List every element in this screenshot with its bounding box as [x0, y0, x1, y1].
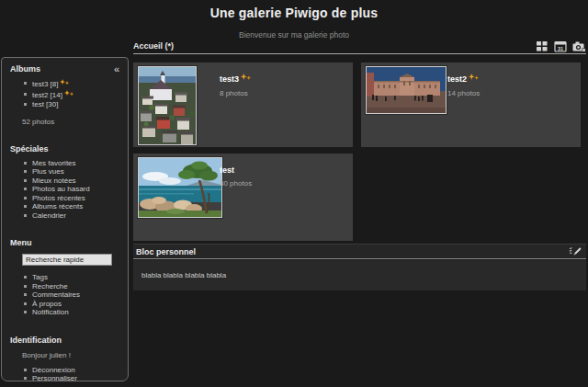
greeting-text: Bonjour julien !: [22, 351, 128, 359]
album-photo-count: 8 photos: [220, 89, 252, 97]
album-thumbnail-test3[interactable]: [138, 66, 197, 145]
sidebar-item-tags[interactable]: Tags: [24, 273, 128, 282]
page-title: Une galerie Piwigo de plus: [0, 6, 588, 20]
albums-total-count: 52 photos: [22, 118, 128, 126]
album-photo-count: 14 photos: [447, 89, 480, 97]
sidebar-item-calendar[interactable]: Calendrier: [24, 211, 128, 221]
album-card-test2: test2 14 photos: [361, 63, 581, 147]
personal-block-header: Bloc personnel: [133, 244, 586, 259]
sidebar-item-album-test2[interactable]: test2 [14]: [24, 90, 128, 101]
album-thumbnail-test[interactable]: [138, 157, 222, 218]
album-title-link[interactable]: test: [220, 165, 234, 175]
new-photos-icon: [64, 90, 74, 101]
sidebar-item-recent-photos[interactable]: Photos récentes: [24, 194, 128, 203]
sidebar-item-most-viewed[interactable]: Plus vues: [24, 167, 128, 176]
albums-section-title: Albums: [10, 64, 40, 74]
personal-block-content: blabla blabla blabla blabla: [141, 271, 226, 279]
specials-section-title: Spéciales: [10, 144, 49, 154]
sidebar-item-album-test[interactable]: test [30]: [24, 100, 128, 109]
slideshow-camera-icon[interactable]: [572, 40, 586, 52]
personal-block-body: blabla blabla blabla blabla: [133, 260, 586, 290]
sidebar-item-comments[interactable]: Commentaires: [24, 290, 128, 300]
new-photos-icon: [60, 79, 70, 90]
collapse-sidebar-icon[interactable]: «: [114, 65, 119, 73]
album-link[interactable]: test [30]: [32, 100, 58, 108]
svg-text:31: 31: [558, 45, 563, 51]
sidebar-section-albums: Albums « test3 [8] test2 [14] test [30] …: [2, 58, 128, 126]
album-link[interactable]: test3 [8]: [32, 80, 58, 88]
view-toolbar: 31: [536, 40, 586, 52]
identification-section-title: Identification: [10, 336, 62, 345]
sidebar-section-identification: Identification Bonjour julien ! Déconnex…: [2, 329, 128, 382]
album-card-test: test 30 photos: [133, 154, 353, 241]
sidebar-item-best-rated[interactable]: Mieux notées: [24, 176, 128, 186]
quick-search-input[interactable]: [22, 254, 112, 266]
sidebar: Albums « test3 [8] test2 [14] test [30] …: [1, 57, 129, 381]
calendar-icon[interactable]: 31: [554, 40, 567, 52]
sidebar-item-customize[interactable]: Personnaliser: [24, 374, 128, 381]
breadcrumb-bar: Accueil (*) 31: [133, 39, 586, 54]
personal-block-title: Bloc personnel: [136, 247, 196, 256]
edit-block-icon[interactable]: [569, 245, 582, 257]
sidebar-item-favorites[interactable]: Mes favorites: [24, 159, 128, 168]
album-link[interactable]: test2 [14]: [32, 91, 62, 99]
sidebar-section-menu: Menu Tags Recherche Commentaires À propo…: [2, 232, 128, 317]
sidebar-item-logout[interactable]: Déconnexion: [24, 366, 128, 375]
album-title-link[interactable]: test2: [447, 74, 467, 84]
sidebar-item-about[interactable]: À propos: [24, 300, 128, 309]
album-title-link[interactable]: test3: [220, 74, 239, 84]
page-header: Une galerie Piwigo de plus Bienvenue sur…: [0, 0, 588, 40]
sidebar-item-random[interactable]: Photos au hasard: [24, 185, 128, 194]
album-photo-count: 30 photos: [220, 179, 252, 188]
sidebar-item-search[interactable]: Recherche: [24, 282, 128, 291]
new-photos-icon: [241, 70, 252, 86]
sidebar-item-recent-albums[interactable]: Albums récents: [24, 202, 128, 211]
sidebar-item-album-test3[interactable]: test3 [8]: [24, 79, 128, 90]
menu-section-title: Menu: [10, 238, 32, 247]
breadcrumb[interactable]: Accueil (*): [133, 41, 174, 51]
thumbnails-view-icon[interactable]: [536, 40, 548, 52]
album-thumbnail-test2[interactable]: [366, 66, 447, 114]
sidebar-section-specials: Spéciales Mes favorites Plus vues Mieux …: [2, 138, 128, 221]
album-card-test3: test3 8 photos: [133, 63, 353, 147]
new-photos-icon: [469, 70, 480, 86]
sidebar-item-notification[interactable]: Notification: [24, 308, 128, 317]
